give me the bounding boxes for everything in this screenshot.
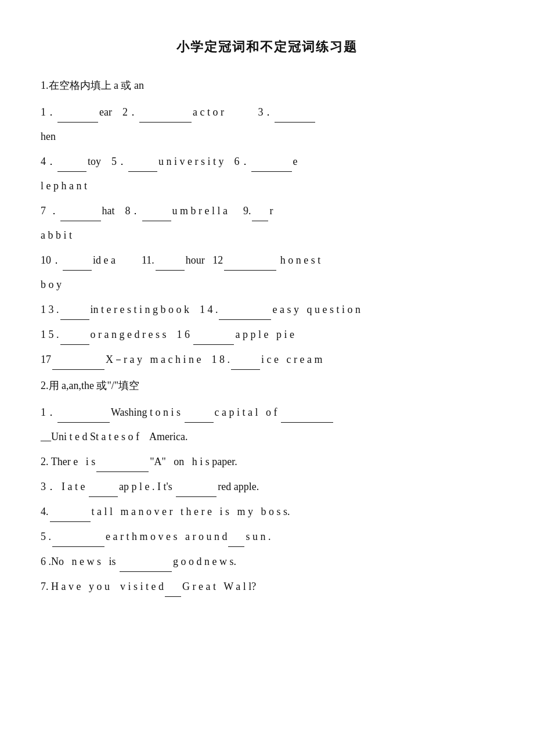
blank-7-2[interactable] [231, 348, 260, 370]
blank-1-1[interactable] [57, 101, 98, 123]
blank-4-1[interactable] [63, 249, 92, 271]
exercise-row-2b: l e p h a n t [41, 175, 493, 196]
blank-2-3[interactable] [251, 150, 292, 172]
exercise-row-1: 1． ear 2． a c t o r 3． [41, 101, 493, 123]
s2-blank-5-2[interactable] [228, 525, 244, 547]
blank-7-1[interactable] [52, 348, 104, 370]
s2-blank-1-2[interactable] [185, 401, 214, 423]
blank-1-2[interactable] [139, 101, 192, 123]
s2-blank-3-2[interactable] [176, 476, 217, 497]
blank-4-3[interactable] [224, 249, 276, 271]
exercise-row-4b: b o y [41, 274, 493, 295]
blank-5-2[interactable] [219, 298, 271, 320]
section2-instruction: 2.用 a,an,the 或"/"填空 [41, 376, 493, 395]
s2-blank-4-1[interactable] [50, 501, 91, 522]
s2-exercise-row-1b: __Uni t e d St a t e s o f America. [41, 426, 493, 447]
s2-exercise-row-4: 4. t a l l m a n o v e r t h e r e i s m… [41, 501, 493, 522]
s2-blank-2-1[interactable] [96, 451, 149, 472]
page-title: 小学定冠词和不定冠词练习题 [41, 35, 493, 59]
s2-exercise-row-3: 3． I a t e ap p l e . I t's red apple. [41, 476, 493, 497]
exercise-row-4: 10． id e a 11. hour 12 h o n e s t [41, 249, 493, 271]
exercise-row-2: 4． toy 5． u n i v e r s i t y 6． e [41, 150, 493, 172]
blank-1-3[interactable] [275, 101, 315, 123]
blank-5-1[interactable] [60, 298, 89, 320]
s2-blank-5-1[interactable] [52, 525, 104, 547]
exercise-row-5: 1 3 . in t e r e s t i n g b o o k 1 4 .… [41, 298, 493, 320]
exercise-row-6: 1 5 . o r a n g e d r e s s 1 6 a p p l … [41, 323, 493, 345]
s2-blank-7-1[interactable] [165, 575, 181, 597]
exercise-row-3: 7 ． hat 8． u m b r e l l a 9. r [41, 200, 493, 221]
s2-blank-6-1[interactable] [120, 550, 172, 572]
blank-6-2[interactable] [193, 323, 234, 345]
s2-exercise-row-5: 5 . e a r t h m o v e s a r o u n d s u … [41, 525, 493, 547]
blank-3-1[interactable] [60, 200, 101, 221]
s2-blank-1-1[interactable] [57, 401, 110, 423]
blank-3-3[interactable] [252, 200, 268, 221]
s2-exercise-row-1: 1． Washing t o n i s c a p i t a l o f [41, 401, 493, 423]
s2-exercise-row-2: 2. Ther e i s "A" on h i s paper. [41, 451, 493, 472]
blank-2-1[interactable] [57, 150, 86, 172]
s2-exercise-row-6: 6 .No n e w s is g o o d n e w s. [41, 550, 493, 572]
blank-4-2[interactable] [156, 249, 185, 271]
blank-2-2[interactable] [128, 150, 157, 172]
blank-3-2[interactable] [142, 200, 171, 221]
exercise-row-7: 17 X－r a y m a c h i n e 1 8 . i c e c r… [41, 348, 493, 370]
section1-instruction: 1.在空格内填上 a 或 an [41, 75, 493, 95]
s2-blank-1-3[interactable] [281, 401, 333, 423]
s2-exercise-row-7: 7. H a v e y o u v i s i t e d G r e a t… [41, 575, 493, 597]
s2-blank-3-1[interactable] [89, 476, 118, 497]
exercise-row-1b: hen [41, 126, 493, 147]
blank-6-1[interactable] [60, 323, 89, 345]
exercise-row-3b: a b b i t [41, 225, 493, 246]
